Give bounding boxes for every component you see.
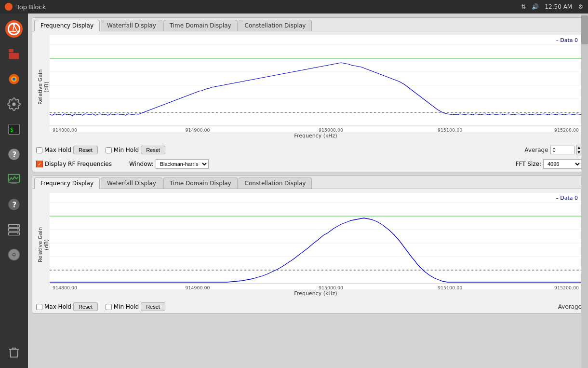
rf-freq-control: Display RF Frequencies	[36, 161, 112, 167]
sidebar-item-firefox[interactable]	[2, 68, 26, 91]
window-control: Window: Blackman-harris	[129, 159, 209, 169]
min-hold-control-2: Min Hold Reset	[106, 302, 165, 311]
svg-line-6	[14, 26, 17, 31]
tab-constellation-display-2[interactable]: Constellation Display	[239, 177, 312, 189]
max-hold-control-1: Max Hold Reset	[36, 146, 98, 154]
sidebar-item-dvd[interactable]	[2, 243, 26, 266]
ubuntu-logo	[5, 20, 23, 38]
svg-text:914900.00: 914900.00	[185, 127, 210, 132]
svg-point-26	[17, 233, 18, 234]
spinner-up-1[interactable]: ▲	[577, 145, 581, 150]
sidebar-item-settings[interactable]	[2, 93, 26, 116]
rf-freq-label: Display RF Frequencies	[45, 161, 112, 167]
sidebar-bottom	[2, 341, 26, 368]
svg-text:914800.00: 914800.00	[53, 285, 77, 289]
sidebar-item-ubuntu[interactable]	[2, 17, 26, 41]
title-bar-left: Top Block	[5, 3, 46, 11]
svg-point-24	[17, 225, 18, 226]
svg-text:914800.00: 914800.00	[53, 127, 77, 132]
tab-constellation-display-1[interactable]: Constellation Display	[239, 20, 312, 31]
svg-rect-18	[11, 183, 17, 184]
svg-text:914900.00: 914900.00	[185, 285, 210, 289]
average-control-2: Average	[558, 303, 582, 310]
window-title: Top Block	[16, 3, 46, 11]
sidebar-item-terminal[interactable]: $_	[2, 118, 26, 141]
sidebar-item-trash[interactable]	[2, 341, 26, 364]
average-input-1[interactable]: 0	[550, 146, 575, 154]
tab-time-domain-display-2[interactable]: Time Domain Display	[163, 177, 238, 189]
scrollbar-thumb[interactable]	[581, 15, 588, 44]
y-axis-label-1: Relative Gain(dB)	[36, 35, 50, 139]
spinner-down-1[interactable]: ▼	[577, 150, 581, 155]
panel-2-tabs: Frequency Display Waterfall Display Time…	[32, 176, 586, 189]
max-hold-checkbox-2[interactable]	[36, 304, 42, 310]
chart-inner-1: 0 -20 -40 -60 -80 -100 -120 914800.00	[50, 35, 582, 139]
max-hold-label-1: Max Hold	[44, 147, 71, 153]
min-hold-reset-2[interactable]: Reset	[141, 302, 165, 311]
x-axis-label-1: Frequency (kHz)	[50, 133, 582, 139]
panel-2: Frequency Display Waterfall Display Time…	[32, 175, 586, 313]
min-hold-label-2: Min Hold	[114, 303, 139, 310]
scrollbar[interactable]	[581, 14, 588, 368]
svg-point-11	[13, 78, 15, 81]
tab-frequency-display-2[interactable]: Frequency Display	[34, 177, 100, 189]
tab-waterfall-display-1[interactable]: Waterfall Display	[101, 20, 162, 31]
controls-row-1a: Max Hold Reset Min Hold Reset Average 0 …	[32, 143, 586, 157]
svg-text:915100.00: 915100.00	[438, 127, 462, 132]
max-hold-reset-2[interactable]: Reset	[73, 302, 98, 311]
svg-text:915200.00: 915200.00	[554, 127, 579, 132]
svg-rect-7	[9, 49, 13, 53]
svg-point-3	[17, 31, 19, 33]
average-label-2: Average	[558, 303, 582, 310]
rf-freq-checkbox[interactable]	[36, 161, 43, 167]
chart-wrapper-1: Relative Gain(dB)	[36, 35, 582, 139]
x-axis-label-2: Frequency (kHz)	[50, 290, 582, 297]
main-content: Frequency Display Waterfall Display Time…	[28, 14, 588, 368]
window-select[interactable]: Blackman-harris	[156, 159, 209, 169]
min-hold-control-1: Min Hold Reset	[106, 146, 165, 154]
controls-row-2a: Max Hold Reset Min Hold Reset Average	[32, 300, 586, 313]
fft-select[interactable]: 4096	[543, 159, 582, 169]
svg-text:?: ?	[13, 201, 17, 209]
svg-point-25	[17, 229, 18, 230]
panel-2-chart-container: Relative Gain(dB)	[32, 189, 586, 300]
svg-text:915000.00: 915000.00	[319, 127, 343, 132]
clock: 12:50 AM	[545, 3, 572, 10]
sidebar-item-help2[interactable]: ?	[2, 193, 26, 216]
min-hold-checkbox-1[interactable]	[106, 147, 112, 153]
sidebar-item-storage[interactable]	[2, 218, 26, 241]
sidebar-item-monitor[interactable]	[2, 168, 26, 191]
chart-legend-1: – Data 0	[556, 37, 578, 43]
fft-label: FFT Size:	[516, 161, 541, 167]
app-icon	[5, 3, 13, 11]
tab-waterfall-display-2[interactable]: Waterfall Display	[101, 177, 162, 189]
tab-time-domain-display-1[interactable]: Time Domain Display	[163, 20, 238, 31]
system-settings-icon[interactable]: ⚙	[578, 3, 583, 10]
svg-rect-17	[12, 182, 16, 183]
chart-legend-2: – Data 0	[556, 195, 578, 201]
title-bar-right: ⇅ 🔊 12:50 AM ⚙	[521, 3, 583, 10]
average-label-1: Average	[524, 147, 548, 153]
min-hold-checkbox-2[interactable]	[106, 304, 112, 310]
chart-svg-2: 0 -20 -40 -60 -80 -100 -120 914800.00 91…	[50, 193, 582, 289]
panel-1: Frequency Display Waterfall Display Time…	[32, 17, 586, 172]
max-hold-label-2: Max Hold	[44, 303, 71, 310]
svg-rect-8	[9, 53, 19, 59]
volume-icon: 🔊	[532, 3, 539, 10]
svg-text:915100.00: 915100.00	[438, 285, 462, 289]
fft-control: FFT Size: 4096	[516, 159, 582, 169]
sidebar-item-help[interactable]: ?	[2, 143, 26, 166]
y-axis-label-2: Relative Gain(dB)	[36, 193, 50, 297]
min-hold-reset-1[interactable]: Reset	[141, 146, 165, 154]
svg-text:915000.00: 915000.00	[319, 285, 343, 289]
max-hold-reset-1[interactable]: Reset	[73, 146, 98, 154]
tab-frequency-display-1[interactable]: Frequency Display	[34, 20, 100, 31]
svg-text:915200.00: 915200.00	[554, 285, 579, 289]
window-label: Window:	[129, 161, 154, 167]
svg-rect-30	[50, 35, 582, 132]
chart-inner-2: 0 -20 -40 -60 -80 -100 -120 914800.00 91…	[50, 193, 582, 297]
sidebar-item-files[interactable]	[2, 42, 26, 66]
settings-row-1: Display RF Frequencies Window: Blackman-…	[32, 157, 586, 172]
max-hold-checkbox-1[interactable]	[36, 147, 42, 153]
max-hold-control-2: Max Hold Reset	[36, 302, 98, 311]
